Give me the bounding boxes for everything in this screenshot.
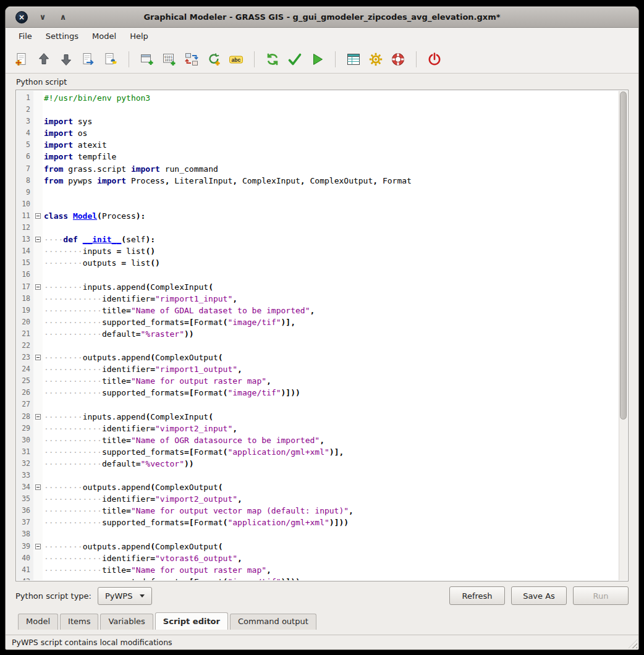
code-line-14[interactable]: 14········inputs = list() <box>17 245 619 257</box>
code-line-38[interactable]: 38 <box>17 528 619 540</box>
data-add-button[interactable]: 01011010 <box>161 51 178 68</box>
line-number: 19 <box>17 305 33 316</box>
python-export-button[interactable] <box>102 51 119 68</box>
code-line-1[interactable]: 1#!/usr/bin/env python3 <box>17 92 619 104</box>
editor-scrollbar[interactable] <box>619 91 627 580</box>
code-line-7[interactable]: 7from grass.script import run_command <box>17 163 619 175</box>
save-as-button[interactable]: Save As <box>511 586 567 605</box>
model-new-button[interactable] <box>13 51 30 68</box>
minimize-icon[interactable]: ∨ <box>37 12 48 23</box>
fold-gutter <box>33 458 43 470</box>
tab-model[interactable]: Model <box>18 614 58 630</box>
code-line-26[interactable]: 26············supported_formats=[Format(… <box>17 387 619 399</box>
code-line-39[interactable]: 39········outputs.append(ComplexOutput( <box>17 541 619 552</box>
code-line-6[interactable]: 6import tempfile <box>17 151 619 163</box>
code-line-36[interactable]: 36············title="Name for output vec… <box>17 505 619 517</box>
tab-variables[interactable]: Variables <box>100 614 153 630</box>
code-line-16[interactable]: 16 <box>17 269 619 281</box>
code-area[interactable]: 1#!/usr/bin/env python323import sys4impo… <box>17 91 619 580</box>
redraw-button[interactable] <box>264 51 281 68</box>
relation-add-button[interactable] <box>183 51 200 68</box>
run-button[interactable]: Run <box>573 586 629 605</box>
comment-add-button[interactable]: abc <box>227 51 245 68</box>
code-line-28[interactable]: 28········inputs.append(ComplexInput( <box>17 411 619 423</box>
code-line-42[interactable]: 42············supported_formats=[Format(… <box>17 576 619 580</box>
code-line-31[interactable]: 31············supported_formats=[Format(… <box>17 446 619 458</box>
code-line-37[interactable]: 37············supported_formats=[Format(… <box>17 517 619 528</box>
fold-marker[interactable] <box>33 234 43 245</box>
fold-marker[interactable] <box>33 411 43 423</box>
code-line-30[interactable]: 30············title="Name of OGR datasou… <box>17 434 619 446</box>
variables-button[interactable] <box>345 51 362 68</box>
code-line-24[interactable]: 24············identifier="rimport1_outpu… <box>17 363 619 375</box>
menu-settings[interactable]: Settings <box>39 28 85 45</box>
titlebar[interactable]: × ∨ ∧ Graphical Modeler - GRASS GIS - g_… <box>6 7 638 28</box>
validate-button[interactable] <box>286 51 303 68</box>
fold-marker[interactable] <box>33 281 43 293</box>
code-line-25[interactable]: 25············title="Name for output ras… <box>17 375 619 387</box>
fold-marker[interactable] <box>33 481 43 493</box>
code-line-11[interactable]: 11class Model(Process): <box>17 210 619 222</box>
help-button[interactable] <box>389 51 407 68</box>
code-line-2[interactable]: 2 <box>17 104 619 116</box>
menu-file[interactable]: File <box>12 28 39 45</box>
code-line-17[interactable]: 17········inputs.append(ComplexInput( <box>17 281 619 293</box>
code-line-32[interactable]: 32············default="%vector")) <box>17 458 619 470</box>
code-line-23[interactable]: 23········outputs.append(ComplexOutput( <box>17 352 619 363</box>
code-line-22[interactable]: 22 <box>17 340 619 352</box>
quit-button[interactable] <box>426 51 443 68</box>
code-line-9[interactable]: 9 <box>17 187 619 198</box>
line-number: 14 <box>17 245 33 257</box>
menu-model[interactable]: Model <box>85 28 123 45</box>
code-line-4[interactable]: 4import os <box>17 127 619 139</box>
menu-help[interactable]: Help <box>123 28 155 45</box>
run-button[interactable] <box>308 51 326 68</box>
line-number: 33 <box>17 470 33 481</box>
code-line-21[interactable]: 21············default="%raster")) <box>17 328 619 340</box>
code-line-18[interactable]: 18············identifier="rimport1_input… <box>17 293 619 305</box>
fold-marker[interactable] <box>33 541 43 552</box>
code-line-20[interactable]: 20············supported_formats=[Format(… <box>17 316 619 328</box>
close-icon[interactable]: × <box>15 11 28 23</box>
loop-add-button[interactable] <box>205 51 222 68</box>
resize-grip[interactable] <box>629 640 637 648</box>
maximize-icon[interactable]: ∧ <box>57 12 69 23</box>
code-line-12[interactable]: 12 <box>17 222 619 234</box>
code-line-8[interactable]: 8from pywps import Process, LiteralInput… <box>17 175 619 187</box>
code-line-3[interactable]: 3import sys <box>17 116 619 127</box>
model-open-icon <box>36 52 51 67</box>
code-text: import atexit <box>43 139 107 151</box>
line-number: 34 <box>17 481 33 493</box>
model-open-button[interactable] <box>35 51 53 68</box>
refresh-button[interactable]: Refresh <box>449 586 505 605</box>
code-line-29[interactable]: 29············identifier="vimport2_input… <box>17 423 619 434</box>
fold-marker[interactable] <box>33 352 43 363</box>
line-number: 41 <box>17 564 33 576</box>
code-line-19[interactable]: 19············title="Name of GDAL datase… <box>17 305 619 316</box>
code-line-5[interactable]: 5import atexit <box>17 139 619 151</box>
code-line-40[interactable]: 40············identifier="vtorast6_outpu… <box>17 552 619 564</box>
svg-text:1010: 1010 <box>164 58 172 62</box>
code-text: import tempfile <box>43 151 116 163</box>
tab-script-editor[interactable]: Script editor <box>155 612 228 630</box>
script-type-dropdown[interactable]: PyWPS <box>98 587 152 605</box>
tab-command-output[interactable]: Command output <box>230 614 316 630</box>
code-line-35[interactable]: 35············identifier="vimport2_outpu… <box>17 493 619 505</box>
code-line-13[interactable]: 13····def __init__(self): <box>17 234 619 245</box>
image-export-button[interactable] <box>80 51 97 68</box>
script-editor[interactable]: 1#!/usr/bin/env python323import sys4impo… <box>15 90 629 581</box>
code-text: ············identifier="vimport2_input", <box>43 423 237 434</box>
fold-marker[interactable] <box>33 210 43 222</box>
code-line-15[interactable]: 15········outputs = list() <box>17 257 619 269</box>
code-line-34[interactable]: 34········outputs.append(ComplexOutput( <box>17 481 619 493</box>
model-save-button[interactable] <box>57 51 75 68</box>
code-line-27[interactable]: 27 <box>17 399 619 410</box>
scrollbar-thumb[interactable] <box>620 91 627 420</box>
code-line-33[interactable]: 33 <box>17 470 619 481</box>
tab-items[interactable]: Items <box>60 614 98 630</box>
command-add-button[interactable] <box>138 51 156 68</box>
settings-button[interactable] <box>367 51 384 68</box>
code-line-41[interactable]: 41············title="Name for output ras… <box>17 564 619 576</box>
code-text: from grass.script import run_command <box>43 163 218 175</box>
code-line-10[interactable]: 10 <box>17 198 619 210</box>
